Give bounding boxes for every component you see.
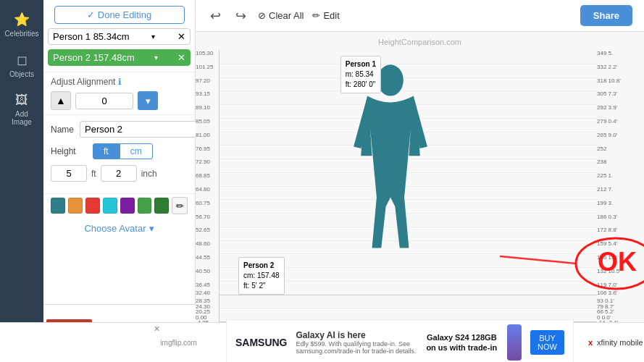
name-input[interactable] (80, 121, 212, 138)
height-row: Height ft cm (51, 143, 188, 159)
height-inputs: ft inch (51, 165, 157, 182)
checkmark-icon: ✓ (87, 9, 95, 20)
phone-image (507, 324, 522, 361)
toolbar-left: ↩ ↪ ⊘ Clear All ✏ Edit (207, 5, 340, 27)
samsung-product: Galaxy S24 128GB on us with trade-in (425, 332, 498, 353)
imgflip-label: imgflip.com (160, 339, 197, 347)
color-cyan[interactable] (103, 198, 117, 214)
inches-input[interactable] (101, 165, 137, 182)
star-icon: ⭐ (14, 12, 30, 28)
height-label: Height (51, 146, 87, 156)
name-label: Name (51, 125, 74, 135)
objects-nav[interactable]: ◻ Objects (3, 48, 41, 83)
celebrities-nav[interactable]: ⭐ Celebrities (3, 7, 41, 42)
objects-icon: ◻ (17, 52, 28, 68)
edit-button[interactable]: ✏ Edit (312, 10, 339, 21)
main-content: ↩ ↪ ⊘ Clear All ✏ Edit Share HeightCompa… (196, 0, 644, 362)
feet-input[interactable] (51, 165, 87, 182)
xfinity-ad: x xfinity mobile (588, 338, 643, 347)
choose-avatar-section: Choose Avatar ▾ (43, 217, 195, 240)
name-row: Name (51, 121, 188, 138)
color-purple[interactable] (120, 198, 135, 214)
align-dropdown-button[interactable]: ▾ (138, 91, 158, 110)
y-axis: 105.30 101.25 97.20 93.15 89.10 85.05 81… (196, 50, 219, 322)
redo-button[interactable]: ↪ (233, 5, 249, 27)
undo-button[interactable]: ↩ (207, 5, 224, 27)
bottom-ad-bar: ✕ imgflip.com SAMSUNG Galaxy AI is here … (0, 322, 644, 362)
done-editing-button[interactable]: ✓ Done Editing (54, 6, 185, 24)
color-green[interactable] (138, 198, 152, 214)
color-palette: ✏ (43, 194, 195, 217)
chart-grid: Person 1 m: 85.34 ft: 280' 0" Person 2 c… (219, 50, 597, 322)
align-input[interactable] (75, 93, 133, 109)
person1-row[interactable]: Person 1 85.34cm ▾ ✕ (48, 28, 191, 45)
share-button[interactable]: Share (580, 5, 632, 26)
ft-unit-button[interactable]: ft (93, 143, 120, 159)
color-dark-green[interactable] (154, 198, 169, 214)
buy-now-button[interactable]: BUY NOW (530, 330, 564, 355)
adjust-alignment-label: Adjust Alignment ℹ (51, 77, 188, 87)
samsung-text: Galaxy AI is here Edly $599. With qualif… (296, 330, 417, 355)
height-values-row: ft inch (51, 165, 188, 182)
chart-area: HeightComparison.com 105.30 101.25 97.20… (196, 32, 644, 326)
svg-point-0 (377, 64, 403, 96)
color-orange[interactable] (68, 198, 83, 214)
close-person2-button[interactable]: ✕ (177, 52, 185, 63)
person-form: Name Height ft cm ft inch (43, 115, 195, 194)
image-icon: 🖼 (15, 93, 28, 108)
choose-avatar-button[interactable]: Choose Avatar ▾ (84, 223, 154, 234)
add-image-nav[interactable]: 🖼 Add Image (3, 88, 41, 130)
unit-toggle: ft cm (93, 143, 153, 159)
eyedropper-button[interactable]: ✏ (172, 197, 188, 214)
clear-all-button[interactable]: ⊘ Clear All (258, 10, 304, 21)
right-axis: 349 5. 332 2.2' 318 10.8' 305 7.3' 292 3… (597, 50, 644, 322)
watermark: HeightComparison.com (378, 38, 461, 46)
color-red[interactable] (85, 198, 100, 214)
cm-unit-button[interactable]: cm (120, 143, 153, 159)
adjust-alignment-section: Adjust Alignment ℹ ▲ ▾ (43, 72, 195, 115)
ft-label: ft (91, 169, 96, 179)
align-up-button[interactable]: ▲ (51, 91, 71, 110)
close-ad-button[interactable]: ✕ (154, 324, 160, 334)
samsung-logo: SAMSUNG (235, 337, 288, 348)
sidebar-top: ✓ Done Editing Person 1 85.34cm ▾ ✕ Pers… (43, 0, 195, 72)
chevron2-icon: ▾ (154, 54, 158, 62)
xfinity-logo: x (588, 338, 593, 347)
chevron-avatar-icon: ▾ (149, 223, 154, 234)
chevron-icon: ▾ (151, 33, 155, 41)
inch-label: inch (141, 169, 157, 179)
clear-icon: ⊘ (258, 10, 266, 21)
icon-sidebar: ⭐ Celebrities ◻ Objects 🖼 Add Image (0, 0, 43, 362)
color-teal[interactable] (51, 198, 65, 214)
person1-silhouette (333, 64, 448, 321)
left-panel: ✓ Done Editing Person 1 85.34cm ▾ ✕ Pers… (43, 0, 196, 362)
samsung-ad[interactable]: SAMSUNG Galaxy AI is here Edly $599. Wit… (226, 319, 574, 362)
info-icon: ℹ (118, 77, 122, 87)
person2-row[interactable]: Person 2 157.48cm ▾ ✕ (48, 49, 191, 66)
close-person1-button[interactable]: ✕ (177, 31, 185, 42)
toolbar: ↩ ↪ ⊘ Clear All ✏ Edit Share (196, 0, 644, 32)
person1-annotation: Person 1 m: 85.34 ft: 280' 0" (340, 56, 381, 93)
person2-annotation: Person 2 cm: 157.48 ft: 5' 2" (238, 257, 284, 295)
align-controls: ▲ ▾ (51, 91, 188, 110)
edit-icon: ✏ (312, 10, 320, 21)
